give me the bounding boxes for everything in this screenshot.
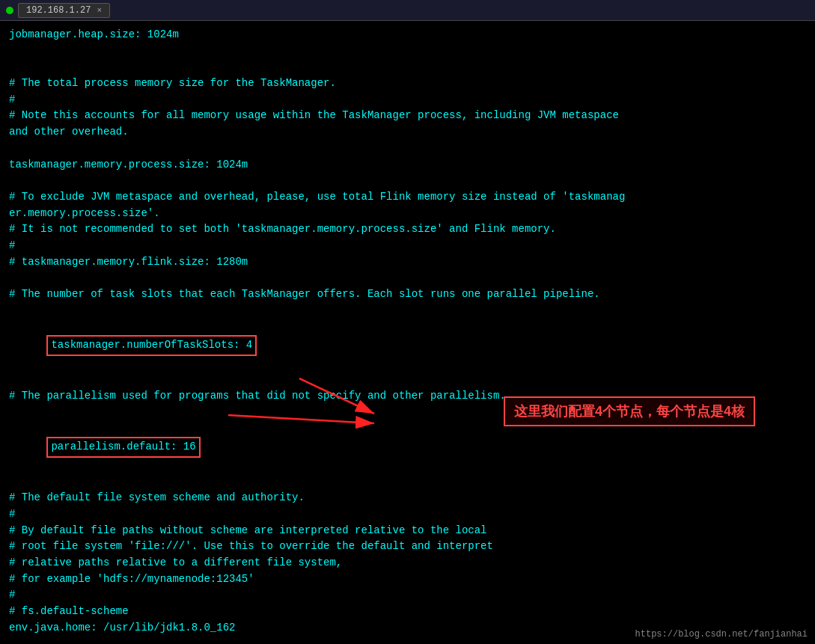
line-10 (9, 173, 806, 189)
terminal-content: jobmanager.heap.size: 1024m # The total … (0, 21, 815, 644)
line-1: jobmanager.heap.size: 1024m (9, 27, 806, 43)
line-25: # By default file paths without scheme a… (9, 523, 806, 539)
terminal-tab[interactable]: 192.168.1.27 × (18, 3, 110, 18)
line-22 (9, 474, 806, 491)
line-2 (9, 43, 806, 60)
line-24: # (9, 506, 806, 523)
line-task-slots: taskmanager.numberOfTaskSlots: 4 (9, 319, 806, 372)
line-4: # The total process memory size for the … (9, 76, 806, 92)
line-29: # (9, 587, 806, 604)
line-18 (9, 303, 806, 319)
line-6: # Note this accounts for all memory usag… (9, 108, 806, 124)
parallelism-highlight: parallelism.default: 16 (46, 437, 200, 458)
line-15: # taskmanager.memory.flink.size: 1280m (9, 254, 806, 271)
status-indicator (6, 7, 13, 14)
line-3 (9, 59, 806, 76)
line-13: # It is not recommended to set both 'tas… (9, 221, 806, 238)
line-parallelism: parallelism.default: 16 (9, 421, 806, 474)
line-9: taskmanager.memory.process.size: 1024m (9, 157, 806, 174)
line-14: # (9, 238, 806, 254)
footer-url: https://blog.csdn.net/fanjianhai (635, 629, 808, 640)
tab-title: 192.168.1.27 (26, 5, 91, 16)
annotation-text: 这里我们配置4个节点，每个节点是4核 (504, 396, 755, 426)
title-bar: 192.168.1.27 × (0, 0, 815, 21)
task-slots-highlight: taskmanager.numberOfTaskSlots: 4 (46, 335, 257, 356)
line-28: # for example 'hdfs://mynamenode:12345' (9, 571, 806, 588)
line-30: # fs.default-scheme (9, 604, 806, 620)
line-19 (9, 372, 806, 388)
line-11: # To exclude JVM metaspace and overhead,… (9, 189, 806, 206)
main-window: 192.168.1.27 × jobmanager.heap.size: 102… (0, 0, 815, 644)
line-27: # relative paths relative to a different… (9, 555, 806, 571)
line-8 (9, 141, 806, 157)
line-12: er.memory.process.size'. (9, 206, 806, 222)
title-bar-left: 192.168.1.27 × (6, 3, 110, 18)
line-23: # The default file system scheme and aut… (9, 490, 806, 506)
line-26: # root file system 'file:///'. Use this … (9, 539, 806, 555)
line-5: # (9, 92, 806, 108)
line-7: and other overhead. (9, 124, 806, 141)
line-16 (9, 270, 806, 286)
tab-close-button[interactable]: × (97, 6, 102, 15)
line-17: # The number of task slots that each Tas… (9, 286, 806, 303)
